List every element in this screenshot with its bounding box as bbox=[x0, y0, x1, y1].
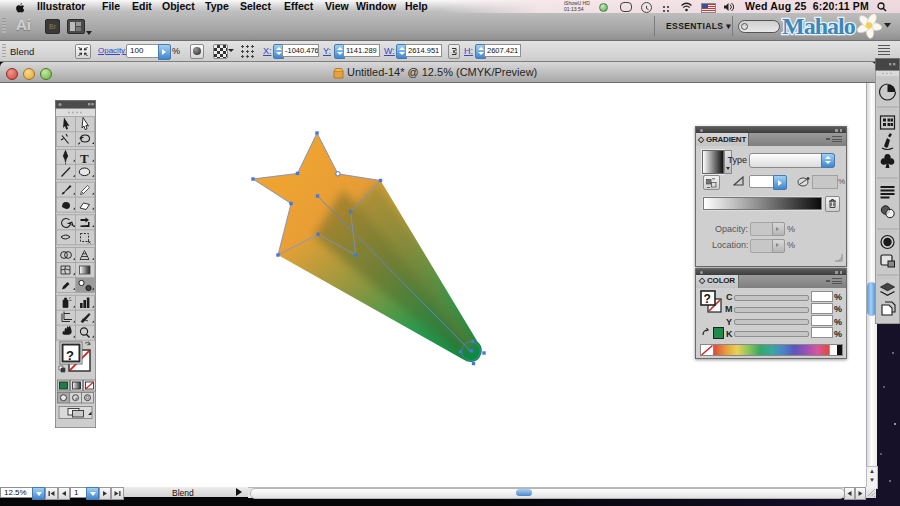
svg-text:?: ? bbox=[66, 348, 74, 363]
svg-text:Mahalo: Mahalo bbox=[782, 13, 856, 39]
svg-text:T: T bbox=[80, 151, 89, 166]
svg-text:?: ? bbox=[704, 292, 711, 306]
